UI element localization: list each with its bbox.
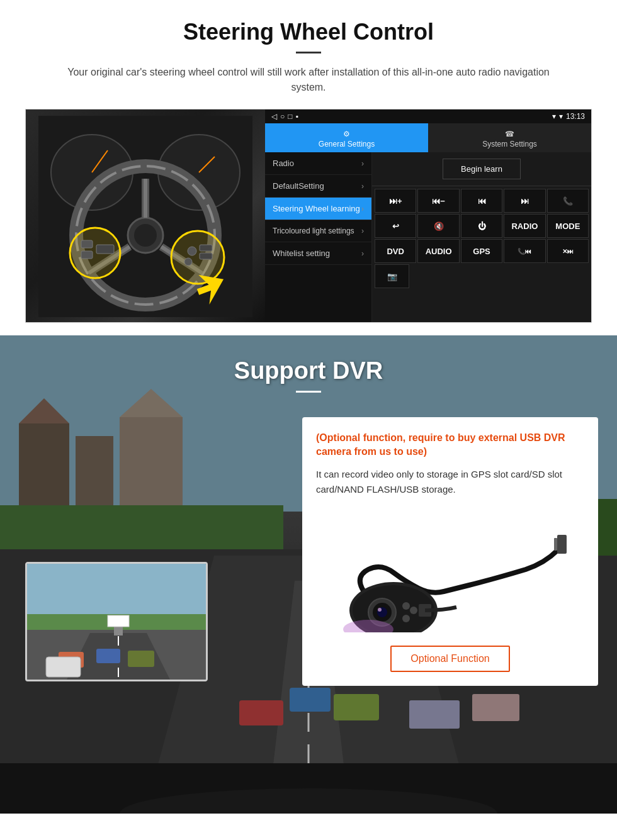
dvr-section: Support DVR (Optional function, require …: [0, 335, 617, 814]
ctrl-hangup[interactable]: ↩: [375, 214, 416, 238]
recents-icon: □: [288, 112, 292, 121]
ctrl-gps[interactable]: GPS: [461, 239, 502, 263]
ctrl-dvd[interactable]: DVD: [375, 239, 416, 263]
svg-point-19: [171, 231, 224, 284]
menu-item-steering[interactable]: Steering Wheel learning ›: [265, 198, 371, 220]
ctrl-call-prev[interactable]: 📞⏮: [504, 239, 545, 263]
control-row-4: 📷: [375, 264, 589, 288]
menu-item-radio[interactable]: Radio ›: [265, 152, 371, 175]
chevron-whitelist: ›: [361, 249, 364, 258]
ctrl-prev[interactable]: ⏮: [461, 189, 502, 213]
camera-svg: [331, 513, 570, 632]
steering-section: Steering Wheel Control Your original car…: [0, 0, 617, 335]
ctrl-vol-down[interactable]: ⏮−: [417, 189, 459, 213]
home-icon: ○: [280, 112, 285, 121]
chevron-radio: ›: [361, 159, 364, 168]
steering-title: Steering Wheel Control: [25, 19, 592, 45]
dvr-camera-illustration: [316, 510, 584, 636]
control-row-2: ↩ 🔇 ⏻ RADIO MODE: [375, 214, 589, 238]
dvr-info-panel: (Optional function, require to buy exter…: [302, 417, 598, 686]
android-statusbar: ◁ ○ □ ▪ ▾ ▾ 13:13: [265, 109, 591, 123]
menu-item-whitelist[interactable]: Whitelist setting ›: [265, 242, 371, 265]
svg-point-8: [134, 224, 157, 247]
tab-general-label: General Settings: [319, 140, 375, 148]
begin-learn-button[interactable]: Begin learn: [443, 159, 521, 179]
svg-rect-52: [46, 657, 81, 677]
back-icon: ◁: [271, 112, 277, 121]
dvr-preview-svg: [27, 564, 208, 681]
tab-system-label: System Settings: [482, 140, 537, 148]
menu-whitelist-label: Whitelist setting: [273, 249, 330, 258]
svg-point-62: [378, 608, 382, 612]
dvr-header: Support DVR: [0, 335, 617, 399]
system-icon: ☎: [505, 130, 514, 138]
ctrl-mode[interactable]: MODE: [547, 214, 589, 238]
chevron-tricoloured: ›: [361, 227, 364, 235]
steering-wheel-svg: [38, 116, 252, 317]
svg-point-64: [410, 607, 417, 614]
ctrl-vol-up[interactable]: ⏭+: [375, 189, 416, 213]
control-row-1: ⏭+ ⏮− ⏮ ⏭ 📞: [375, 189, 589, 213]
ctrl-radio[interactable]: RADIO: [504, 214, 545, 238]
svg-rect-56: [554, 538, 557, 551]
tab-system[interactable]: ☎ System Settings: [428, 123, 591, 152]
svg-rect-20: [188, 247, 196, 255]
svg-point-63: [402, 602, 410, 610]
svg-rect-50: [96, 649, 120, 663]
tab-general[interactable]: ⚙ General Settings: [265, 123, 428, 152]
svg-rect-51: [128, 651, 154, 667]
dvr-optional-heading: (Optional function, require to buy exter…: [316, 431, 584, 459]
svg-rect-22: [200, 253, 212, 259]
android-body: Radio › DefaultSetting › Steering Wheel …: [265, 152, 591, 322]
wifi-icon: ▾: [559, 112, 563, 121]
ctrl-camera[interactable]: 📷: [375, 264, 409, 288]
dvr-description: It can record video only to storage in G…: [316, 467, 584, 497]
record-icon: ▪: [296, 112, 298, 121]
time-display: 13:13: [566, 112, 585, 121]
gear-icon: ⚙: [343, 130, 350, 138]
chevron-steering: ›: [361, 204, 364, 213]
steering-photo: [26, 109, 265, 323]
steering-screenshot: ◁ ○ □ ▪ ▾ ▾ 13:13 ⚙ General Settings ☎ S…: [25, 109, 592, 323]
control-row-3: DVD AUDIO GPS 📞⏮ ✕⏭: [375, 239, 589, 263]
menu-item-default[interactable]: DefaultSetting ›: [265, 175, 371, 198]
svg-rect-21: [200, 245, 212, 251]
svg-rect-54: [108, 615, 129, 627]
menu-default-label: DefaultSetting: [273, 181, 324, 191]
menu-radio-label: Radio: [273, 159, 294, 168]
menu-tricoloured-label: Tricoloured light settings: [273, 227, 354, 235]
ctrl-call-next[interactable]: ✕⏭: [547, 239, 589, 263]
dvr-preview-thumbnail: [25, 562, 208, 681]
dvr-title-divider: [296, 391, 321, 393]
menu-item-tricoloured[interactable]: Tricoloured light settings ›: [265, 220, 371, 242]
menu-steering-label: Steering Wheel learning: [273, 204, 360, 213]
svg-rect-18: [96, 245, 114, 254]
ctrl-next[interactable]: ⏭: [504, 189, 545, 213]
chevron-default: ›: [361, 182, 364, 191]
dvr-title: Support DVR: [0, 357, 617, 384]
steering-divider: [296, 52, 321, 53]
svg-rect-23: [184, 258, 192, 266]
svg-rect-16: [81, 240, 93, 248]
android-menu: Radio › DefaultSetting › Steering Wheel …: [265, 152, 372, 322]
svg-rect-55: [557, 535, 567, 554]
android-content-panel: Begin learn ⏭+ ⏮− ⏮ ⏭ 📞 ↩: [372, 152, 591, 322]
svg-point-65: [402, 615, 410, 622]
svg-rect-17: [81, 251, 93, 259]
ctrl-call[interactable]: 📞: [547, 189, 589, 213]
optional-function-button[interactable]: Optional Function: [390, 646, 509, 672]
begin-learn-row: Begin learn: [372, 152, 591, 186]
control-grid: ⏭+ ⏮− ⏮ ⏭ 📞 ↩ 🔇 ⏻ RADIO MODE: [372, 186, 591, 291]
signal-icon: ▾: [552, 112, 556, 121]
ctrl-mute[interactable]: 🔇: [417, 214, 459, 238]
ctrl-power[interactable]: ⏻: [461, 214, 502, 238]
ctrl-audio[interactable]: AUDIO: [417, 239, 459, 263]
android-tabs: ⚙ General Settings ☎ System Settings: [265, 123, 591, 152]
steering-subtitle: Your original car's steering wheel contr…: [50, 65, 567, 95]
android-panel: ◁ ○ □ ▪ ▾ ▾ 13:13 ⚙ General Settings ☎ S…: [265, 109, 591, 322]
